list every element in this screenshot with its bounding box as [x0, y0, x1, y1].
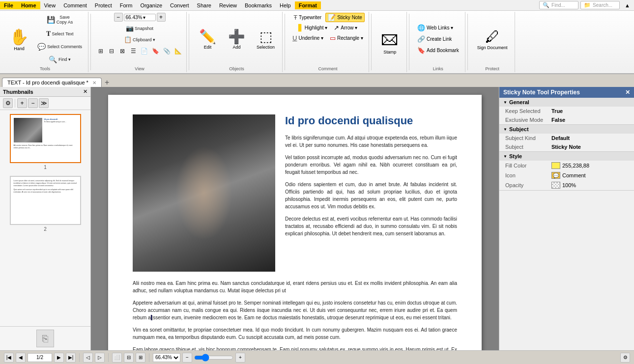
menu-form[interactable]: Form: [116, 1, 137, 9]
view-btn-3[interactable]: ⊠: [117, 46, 127, 56]
view-btn-5[interactable]: 📄: [139, 46, 149, 56]
arrow-button[interactable]: ↗ Arrow ▾: [331, 23, 360, 32]
style-triangle-icon: ▼: [503, 154, 507, 159]
page-input[interactable]: [28, 353, 52, 362]
prev-view-button[interactable]: ◁: [83, 353, 93, 363]
select-comments-button[interactable]: 💬 Select Comments: [34, 41, 85, 53]
next-view-button[interactable]: ▷: [95, 353, 105, 363]
view-btn-7[interactable]: 📎: [162, 46, 172, 56]
document-para-2: Odio ridens sapientem et cum, duo in ame…: [285, 181, 457, 210]
props-section-style: ▼ Style Fill Color 255,238,88 Icon 💬 Com…: [499, 152, 634, 191]
add-tab-button[interactable]: +: [103, 78, 111, 87]
thumbnail-page-1[interactable]: Id pro docendiTe libris signiferumque cu…: [10, 114, 81, 170]
add-bookmark-button[interactable]: 🔖 Add Bookmark: [415, 46, 461, 55]
clipboard-icon: 📋: [124, 36, 132, 43]
style-section-header[interactable]: ▼ Style: [499, 152, 634, 161]
menu-help[interactable]: Help: [276, 1, 295, 9]
prev-page-button[interactable]: ◀: [16, 353, 26, 363]
zoom-select[interactable]: 66.43% ▾: [124, 14, 156, 21]
view-btn-1[interactable]: ⊞: [96, 46, 106, 56]
arrow-label: Arrow ▾: [341, 25, 357, 30]
stamp-button[interactable]: 🖂 Stamp: [376, 13, 403, 70]
fit-page-button[interactable]: ⬜: [112, 353, 122, 363]
thumbnail-page-2[interactable]: Lorem ipsum dolor sit amet, consectetur …: [10, 176, 81, 232]
menu-protect[interactable]: Protect: [91, 1, 116, 9]
document-tab[interactable]: TEXT - Id pro docendi qualisque * ✕: [2, 78, 102, 87]
view-mode-button[interactable]: ⊞: [136, 353, 145, 363]
view-btn-8[interactable]: 📐: [173, 46, 183, 56]
tab-close-button[interactable]: ✕: [92, 80, 96, 85]
edit-button[interactable]: ✏️ Edit: [194, 26, 221, 52]
menu-comment[interactable]: Comment: [59, 1, 91, 9]
ribbon: ✋ Hand 💾 SaveCopy As 𝐓 Select Text 💬 Sel…: [0, 11, 634, 74]
ribbon-group-objects: ✏️ Edit ➕ Add ⬚ Selection Objects: [191, 12, 283, 72]
first-page-button[interactable]: |◀: [4, 353, 14, 363]
zoom-out-button[interactable]: −: [114, 13, 123, 22]
search-bar-btn[interactable]: 📁 Search...: [580, 1, 620, 9]
snapshot-button[interactable]: 📷 Snapshot: [123, 23, 156, 34]
zoom-dropdown[interactable]: 66.43% 25% 50% 75% 100% 125% 150% 200%: [153, 353, 180, 362]
highlight-button[interactable]: ▋ Highlight ▾: [296, 23, 330, 32]
save-copy-as-button[interactable]: 💾 SaveCopy As: [34, 13, 85, 27]
zoom-in-status-button[interactable]: +: [235, 353, 245, 363]
underline-button[interactable]: U Underline ▾: [290, 33, 326, 43]
typewriter-button[interactable]: Ŧ Typewriter: [291, 13, 324, 22]
select-text-button[interactable]: 𝐓 Select Text: [34, 28, 85, 40]
thumbnails-close[interactable]: ✕: [83, 88, 87, 95]
icon-label: Icon: [505, 172, 549, 178]
view-btn-6[interactable]: 🔖: [150, 46, 161, 56]
properties-close-button[interactable]: ✕: [625, 89, 630, 96]
thumb-options-button[interactable]: ≫: [39, 98, 49, 108]
opacity-swatch: [551, 182, 560, 189]
thumb-zoom-out-button[interactable]: −: [28, 98, 38, 108]
last-page-button[interactable]: ▶|: [66, 353, 76, 363]
zoom-in-button[interactable]: +: [157, 13, 166, 22]
tools-label: Tools: [40, 65, 50, 71]
rectangle-button[interactable]: ▭ Rectangle ▾: [327, 33, 366, 43]
menu-review[interactable]: Review: [215, 1, 241, 9]
subject-label: Subject: [505, 144, 549, 150]
menu-file[interactable]: File: [0, 1, 17, 9]
settings-button[interactable]: ⚙: [620, 353, 630, 363]
thumb-settings-button[interactable]: ⚙: [3, 98, 13, 108]
menu-bookmarks[interactable]: Bookmarks: [241, 1, 276, 9]
menu-convert[interactable]: Convert: [166, 1, 193, 9]
highlight-label: Highlight ▾: [305, 25, 328, 30]
subject-section-header[interactable]: ▼ Subject: [499, 125, 634, 134]
sign-document-button[interactable]: 🖊 Sign Document: [473, 13, 512, 65]
add-button[interactable]: ➕ Add: [223, 26, 250, 52]
menu-collapse[interactable]: ▲: [621, 1, 634, 9]
arrow-icon: ↗: [334, 24, 339, 31]
find-bar-btn[interactable]: 🔍 Find...: [539, 1, 578, 9]
fit-width-button[interactable]: ⊟: [124, 353, 134, 363]
keep-selected-label: Keep Selected: [505, 108, 549, 114]
properties-title: Sticky Note Tool Properties: [503, 89, 580, 96]
menu-format[interactable]: Format: [295, 1, 321, 9]
selection-button[interactable]: ⬚ Selection: [252, 26, 279, 52]
stamp-label: Stamp: [383, 50, 396, 55]
menu-share[interactable]: Share: [193, 1, 215, 9]
general-section-header[interactable]: ▼ General: [499, 98, 634, 107]
document-para-7: Eam labore graeco tibique et, vis hinc b…: [133, 346, 457, 350]
keep-selected-row: Keep Selected True: [499, 107, 634, 115]
icon-swatch[interactable]: 💬: [551, 172, 560, 179]
thumb-zoom-in-button[interactable]: +: [17, 98, 27, 108]
clipboard-button[interactable]: 📋 Clipboard ▾: [121, 34, 158, 45]
document-area[interactable]: Id pro docendi qualisque Te libris signi…: [91, 87, 499, 350]
menu-view[interactable]: View: [40, 1, 60, 9]
create-link-button[interactable]: 🔗 Create Link: [415, 34, 461, 44]
find-button[interactable]: 🔍 Find ▾: [34, 54, 85, 65]
find-btn-label: Find ▾: [58, 57, 71, 62]
menu-organize[interactable]: Organize: [136, 1, 166, 9]
view-btn-2[interactable]: ⊟: [107, 46, 116, 56]
next-page-button[interactable]: ▶: [54, 353, 64, 363]
menu-home[interactable]: Home: [17, 1, 40, 9]
links-label: Links: [433, 65, 443, 71]
view-btn-4[interactable]: ☰: [128, 46, 138, 56]
zoom-slider[interactable]: [194, 354, 233, 362]
sticky-note-button[interactable]: 📝 Sticky Note: [325, 13, 365, 22]
web-links-button[interactable]: 🌐 Web Links ▾: [415, 23, 461, 32]
hand-button[interactable]: ✋ Hand: [5, 25, 33, 54]
zoom-out-status-button[interactable]: −: [182, 353, 192, 363]
fill-color-swatch[interactable]: [551, 162, 560, 169]
